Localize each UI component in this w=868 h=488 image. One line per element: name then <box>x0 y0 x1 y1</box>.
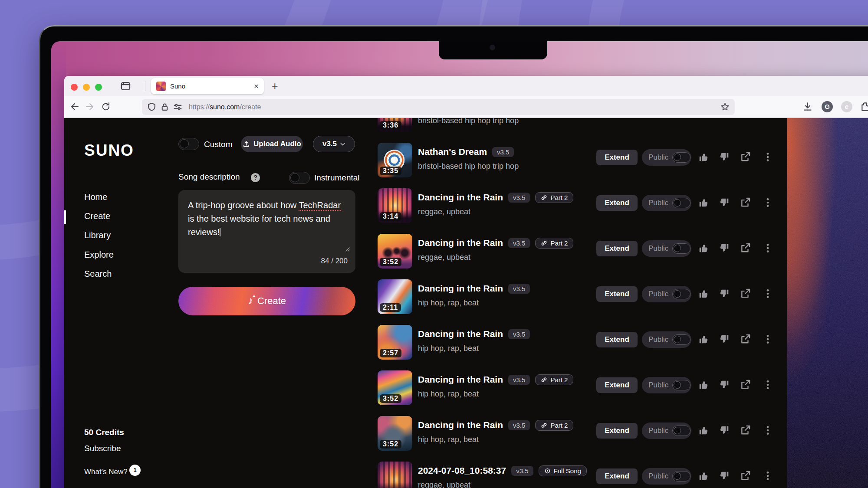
song-artwork-thumbnail[interactable]: 3:14 <box>378 188 412 223</box>
thumbs-up-icon[interactable] <box>698 197 709 208</box>
part-link-badge[interactable]: Part 2 <box>535 238 573 249</box>
song-title[interactable]: 2024-07-08_10:58:37 <box>418 465 506 476</box>
thumbs-up-icon[interactable] <box>698 151 709 163</box>
download-icon[interactable] <box>802 101 813 112</box>
model-version-dropdown[interactable]: v3.5 <box>313 136 355 152</box>
g-extension-icon[interactable]: G <box>822 101 833 112</box>
thumbs-up-icon[interactable] <box>698 470 709 481</box>
public-toggle-pill[interactable]: Public <box>642 195 691 211</box>
firefox-view-icon[interactable] <box>120 80 132 92</box>
share-icon[interactable] <box>740 470 751 481</box>
part-link-badge[interactable]: Part 2 <box>535 420 573 431</box>
public-toggle[interactable] <box>672 471 690 481</box>
tab-close-icon[interactable]: × <box>254 82 259 90</box>
thumbs-down-icon[interactable] <box>719 470 730 481</box>
song-row[interactable]: 3:35 Nathan's Dream v3.5 bristol-based h… <box>378 138 783 184</box>
public-toggle-pill[interactable]: Public <box>642 286 691 302</box>
window-minimize-button[interactable] <box>83 84 90 91</box>
public-toggle[interactable] <box>672 243 690 254</box>
public-toggle[interactable] <box>672 380 690 390</box>
public-toggle[interactable] <box>672 152 690 163</box>
bookmark-star-icon[interactable] <box>720 102 730 111</box>
share-icon[interactable] <box>740 151 751 163</box>
thumbs-up-icon[interactable] <box>698 242 709 254</box>
song-row[interactable]: 3:52 Dancing in the Rain v3.5 Part 2 hip… <box>378 366 783 412</box>
song-artwork-thumbnail[interactable] <box>378 462 412 488</box>
part-link-badge[interactable]: Part 2 <box>535 192 573 203</box>
kebab-menu-icon[interactable] <box>762 334 773 345</box>
kebab-menu-icon[interactable] <box>762 151 773 163</box>
thumbs-down-icon[interactable] <box>719 334 730 345</box>
song-title[interactable]: Dancing in the Rain <box>418 283 503 294</box>
song-row[interactable]: 3:52 Dancing in the Rain v3.5 Part 2 hip… <box>378 412 783 457</box>
public-toggle-pill[interactable]: Public <box>642 240 691 257</box>
kebab-menu-icon[interactable] <box>762 379 773 390</box>
song-title[interactable]: Dancing in the Rain <box>418 192 503 203</box>
custom-toggle[interactable] <box>178 138 199 150</box>
public-toggle-pill[interactable]: Public <box>642 149 691 166</box>
tab-suno[interactable]: Suno × <box>151 78 264 94</box>
create-button[interactable]: ♪✦ Create <box>178 287 355 315</box>
whats-new-link[interactable]: What's New? <box>84 468 128 476</box>
subscribe-link[interactable]: Subscribe <box>84 444 121 453</box>
thumbs-up-icon[interactable] <box>698 379 709 390</box>
song-artwork-thumbnail[interactable]: 3:52 <box>378 370 412 405</box>
share-icon[interactable] <box>740 288 751 299</box>
extend-button[interactable]: Extend <box>596 377 638 393</box>
extend-button[interactable]: Extend <box>596 150 638 165</box>
window-close-button[interactable] <box>71 84 78 91</box>
lock-icon[interactable] <box>160 102 169 111</box>
song-row[interactable]: 3:36 bristol-based hip hop trip hop Exte… <box>378 118 783 138</box>
song-artwork-thumbnail[interactable]: 2:11 <box>378 279 412 314</box>
share-icon[interactable] <box>740 425 751 436</box>
thumbs-down-icon[interactable] <box>719 379 730 390</box>
resize-handle-icon[interactable] <box>343 245 350 252</box>
kebab-menu-icon[interactable] <box>762 242 773 254</box>
shield-icon[interactable] <box>147 102 156 111</box>
extend-button[interactable]: Extend <box>596 195 638 211</box>
sidebar-item-explore[interactable]: Explore <box>84 250 114 263</box>
song-artwork-thumbnail[interactable]: 3:52 <box>378 234 412 269</box>
share-icon[interactable] <box>740 197 751 208</box>
share-icon[interactable] <box>740 379 751 390</box>
song-title[interactable]: Dancing in the Rain <box>418 374 503 385</box>
public-toggle[interactable] <box>672 426 690 436</box>
sidebar-item-home[interactable]: Home <box>84 192 107 205</box>
upload-audio-button[interactable]: Upload Audio <box>241 136 303 152</box>
permissions-icon[interactable] <box>173 102 182 111</box>
song-row[interactable]: 2:57 Dancing in the Rain v3.5 hip hop, r… <box>378 321 783 366</box>
thumbs-down-icon[interactable] <box>719 151 730 163</box>
kebab-menu-icon[interactable] <box>762 288 773 299</box>
public-toggle-pill[interactable]: Public <box>642 468 691 485</box>
kebab-menu-icon[interactable] <box>762 197 773 208</box>
extend-button[interactable]: Extend <box>596 423 638 439</box>
puzzle-extensions-icon[interactable] <box>860 101 868 112</box>
thumbs-up-icon[interactable] <box>698 288 709 299</box>
public-toggle[interactable] <box>672 289 690 299</box>
public-toggle-pill[interactable]: Public <box>642 331 691 348</box>
public-toggle[interactable] <box>672 198 690 208</box>
song-row[interactable]: 2:11 Dancing in the Rain v3.5 hip hop, r… <box>378 275 783 321</box>
song-artwork-thumbnail[interactable]: 3:36 <box>378 118 412 132</box>
song-title[interactable]: Nathan's Dream <box>418 147 487 157</box>
share-icon[interactable] <box>740 242 751 254</box>
public-toggle-pill[interactable]: Public <box>642 377 691 393</box>
extend-button[interactable]: Extend <box>596 286 638 302</box>
kebab-menu-icon[interactable] <box>762 470 773 481</box>
song-row[interactable]: 2024-07-08_10:58:37 v3.5 Full Song regga… <box>378 457 783 488</box>
extend-button[interactable]: Extend <box>596 241 638 256</box>
song-title[interactable]: Dancing in the Rain <box>418 420 503 430</box>
new-tab-button[interactable]: + <box>272 80 278 92</box>
song-artwork-thumbnail[interactable]: 2:57 <box>378 325 412 360</box>
thumbs-down-icon[interactable] <box>719 242 730 254</box>
public-toggle-pill[interactable]: Public <box>642 422 691 439</box>
url-bar[interactable]: https://suno.com/create <box>142 99 735 115</box>
extend-button[interactable]: Extend <box>596 332 638 347</box>
song-artwork-thumbnail[interactable]: 3:35 <box>378 143 412 177</box>
thumbs-down-icon[interactable] <box>719 425 730 436</box>
thumbs-down-icon[interactable] <box>719 288 730 299</box>
kebab-menu-icon[interactable] <box>762 425 773 436</box>
help-icon[interactable]: ? <box>251 173 260 182</box>
thumbs-up-icon[interactable] <box>698 425 709 436</box>
song-title[interactable]: Dancing in the Rain <box>418 329 503 339</box>
